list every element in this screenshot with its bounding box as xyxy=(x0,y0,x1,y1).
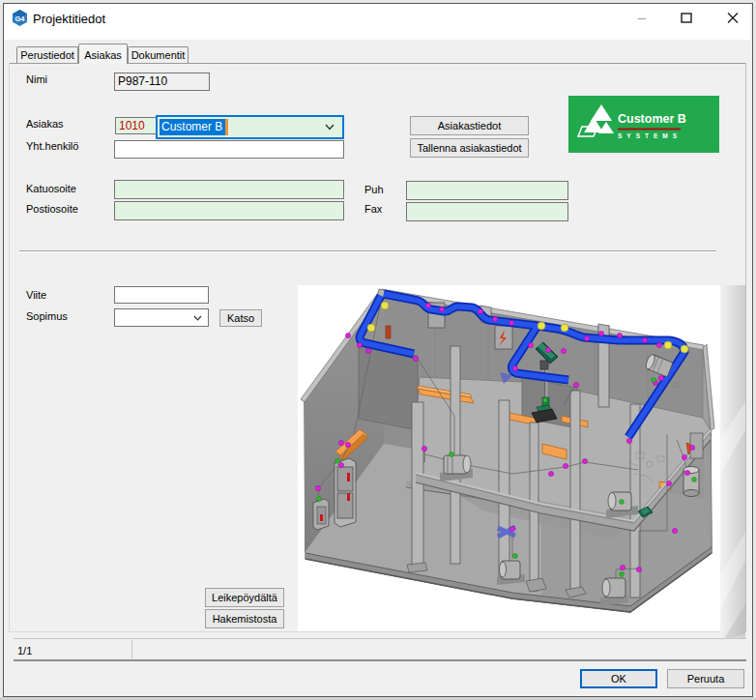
svg-text:G4: G4 xyxy=(15,15,25,23)
svg-text:SYSTEMS: SYSTEMS xyxy=(618,132,682,139)
svg-text:Customer B: Customer B xyxy=(618,112,686,126)
